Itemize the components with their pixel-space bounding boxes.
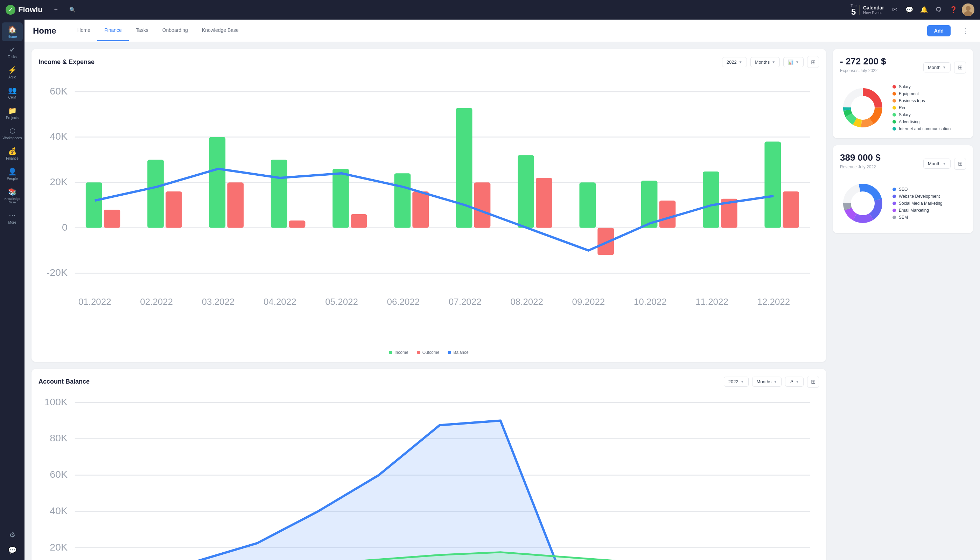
- topbar-actions: ✉ 💬 🔔 🗨 ❓: [888, 3, 974, 16]
- income-expense-header: Income & Expense 2022 ▼ Months ▼ 📊 ▼: [38, 56, 819, 68]
- page-title: Home: [33, 26, 57, 36]
- comment-icon[interactable]: 🗨: [932, 3, 945, 16]
- svg-rect-17: [209, 137, 225, 228]
- legend-seo: SEO: [892, 187, 943, 192]
- people-icon: 👤: [8, 167, 17, 176]
- tab-onboarding[interactable]: Onboarding: [155, 20, 195, 41]
- sidebar-item-tasks[interactable]: ✔ Tasks: [2, 43, 23, 62]
- app-logo[interactable]: ✓ Flowlu: [6, 5, 43, 15]
- sidebar-label-more: More: [8, 220, 17, 224]
- revenue-donut-chart: [840, 181, 885, 226]
- scroll-area: Income & Expense 2022 ▼ Months ▼ 📊 ▼: [25, 42, 980, 560]
- sidebar-item-crm[interactable]: 👥 CRM: [2, 83, 23, 102]
- sidebar-item-projects[interactable]: 📁 Projects: [2, 103, 23, 122]
- add-button[interactable]: +: [50, 3, 62, 16]
- agile-icon: ⚡: [8, 66, 17, 74]
- svg-text:20K: 20K: [50, 541, 68, 552]
- tab-finance[interactable]: Finance: [97, 20, 129, 41]
- grid-view-button[interactable]: ⊞: [807, 56, 819, 68]
- settings-icon: ⚙: [9, 531, 15, 539]
- svg-rect-28: [536, 178, 552, 228]
- sidebar-item-settings[interactable]: ⚙: [2, 528, 23, 542]
- sidebar-item-workspaces[interactable]: ⬡ Workspaces: [2, 124, 23, 143]
- tab-tasks[interactable]: Tasks: [129, 20, 155, 41]
- period-dropdown[interactable]: Months ▼: [750, 57, 780, 67]
- rent-dot: [892, 106, 896, 110]
- workspaces-icon: ⬡: [10, 127, 15, 135]
- expenses-header: - 272 200 $ Expenses July 2022 Month ▼ ⊞: [840, 56, 966, 79]
- expenses-period-dropdown[interactable]: Month ▼: [923, 62, 951, 72]
- left-panel: Income & Expense 2022 ▼ Months ▼ 📊 ▼: [32, 49, 826, 553]
- more-options-button[interactable]: ⋮: [959, 25, 972, 37]
- feedback-icon: 💬: [8, 546, 17, 554]
- mail-icon[interactable]: ✉: [888, 3, 901, 16]
- expenses-grid-button[interactable]: ⊞: [954, 62, 966, 73]
- ab-period-dropdown[interactable]: Months ▼: [752, 377, 782, 387]
- svg-rect-29: [579, 182, 596, 228]
- email-marketing-dot: [892, 208, 896, 212]
- calendar-subtitle: New Event: [863, 10, 884, 15]
- revenue-donut-row: SEO Website Development Social Media Mar…: [840, 181, 966, 226]
- chevron-down-icon: ▼: [943, 162, 946, 165]
- svg-text:20K: 20K: [50, 176, 68, 187]
- expenses-label: Expenses July 2022: [840, 68, 886, 73]
- right-panel: - 272 200 $ Expenses July 2022 Month ▼ ⊞: [833, 49, 973, 553]
- sidebar-item-finance[interactable]: 💰 Finance: [2, 144, 23, 163]
- calendar-info: Calendar New Event: [859, 5, 884, 15]
- chevron-down-icon: ▼: [795, 60, 799, 64]
- revenue-widget: 389 000 $ Revenue July 2022 Month ▼ ⊞: [833, 145, 973, 233]
- sidebar-item-agile[interactable]: ⚡ Agile: [2, 63, 23, 82]
- revenue-info: 389 000 $ Revenue July 2022: [840, 152, 881, 175]
- sidebar-label-finance: Finance: [6, 157, 18, 160]
- sidebar-item-people[interactable]: 👤 People: [2, 165, 23, 183]
- chevron-down-icon: ▼: [773, 380, 777, 383]
- legend-equipment: Equipment: [892, 92, 951, 96]
- svg-text:100K: 100K: [44, 396, 68, 407]
- legend-income: Income: [389, 350, 408, 355]
- svg-rect-22: [351, 214, 367, 228]
- account-balance-card: Account Balance 2022 ▼ Months ▼ ↗ ▼: [32, 369, 826, 560]
- ab-chart-type-dropdown[interactable]: ↗ ▼: [785, 377, 803, 387]
- year-dropdown[interactable]: 2022 ▼: [722, 57, 747, 67]
- avatar[interactable]: [962, 3, 974, 16]
- svg-rect-20: [289, 220, 305, 228]
- svg-rect-16: [165, 192, 182, 228]
- search-button[interactable]: 🔍: [67, 3, 79, 16]
- calendar-widget[interactable]: Tue 5 Calendar New Event: [850, 4, 884, 16]
- sidebar-label-tasks: Tasks: [8, 55, 17, 59]
- svg-text:01.2022: 01.2022: [78, 297, 111, 307]
- income-expense-legend: Income Outcome Balance: [38, 350, 819, 355]
- legend-outcome: Outcome: [417, 350, 440, 355]
- svg-rect-36: [783, 192, 799, 228]
- sidebar-item-more[interactable]: ⋯ More: [2, 208, 23, 227]
- add-button[interactable]: Add: [927, 25, 951, 37]
- legend-web-dev: Website Development: [892, 194, 943, 199]
- revenue-grid-button[interactable]: ⊞: [954, 158, 966, 170]
- sidebar: 🏠 Home ✔ Tasks ⚡ Agile 👥 CRM 📁 Projects …: [0, 20, 25, 560]
- ab-year-dropdown[interactable]: 2022 ▼: [724, 377, 748, 387]
- svg-rect-25: [456, 108, 472, 228]
- legend-social-media: Social Media Marketing: [892, 201, 943, 206]
- svg-rect-26: [474, 182, 491, 228]
- sidebar-item-feedback[interactable]: 💬: [2, 543, 23, 557]
- crm-icon: 👥: [8, 86, 17, 95]
- expenses-widget: - 272 200 $ Expenses July 2022 Month ▼ ⊞: [833, 49, 973, 138]
- tab-knowledge[interactable]: Knowledge Base: [195, 20, 246, 41]
- svg-rect-23: [394, 173, 410, 228]
- revenue-label: Revenue July 2022: [840, 165, 881, 169]
- bell-icon[interactable]: 🔔: [918, 3, 930, 16]
- svg-text:03.2022: 03.2022: [202, 297, 235, 307]
- tab-home[interactable]: Home: [70, 20, 97, 41]
- revenue-period-dropdown[interactable]: Month ▼: [923, 158, 951, 169]
- more-icon: ⋯: [9, 211, 16, 220]
- ab-grid-view-button[interactable]: ⊞: [807, 376, 819, 388]
- svg-text:12.2022: 12.2022: [757, 297, 790, 307]
- sidebar-item-knowledge[interactable]: 📚 Knowledge Base: [2, 185, 23, 207]
- chat-icon[interactable]: 💬: [903, 3, 916, 16]
- bar-chart-icon: 📊: [788, 60, 793, 65]
- svg-text:40K: 40K: [50, 130, 68, 142]
- sidebar-item-home[interactable]: 🏠 Home: [2, 22, 23, 41]
- chart-type-dropdown[interactable]: 📊 ▼: [783, 57, 803, 67]
- account-balance-title: Account Balance: [38, 378, 90, 385]
- help-icon[interactable]: ❓: [947, 3, 960, 16]
